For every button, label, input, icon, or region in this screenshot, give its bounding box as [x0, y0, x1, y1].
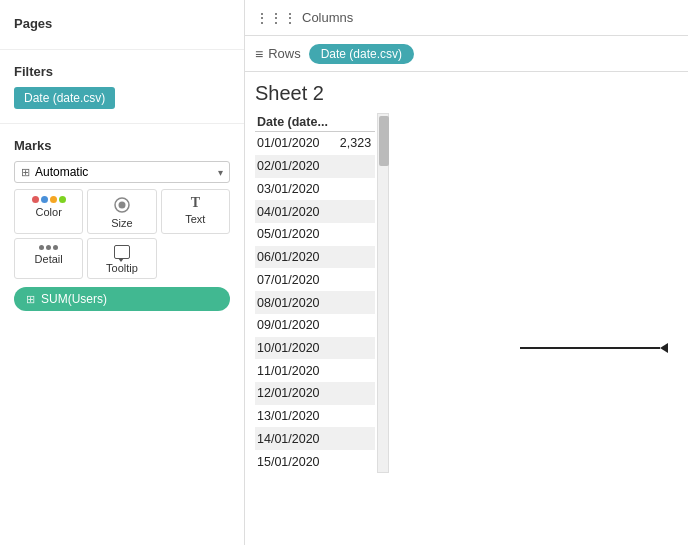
cell-date: 11/01/2020 — [255, 359, 338, 382]
table-row: 15/01/2020 — [255, 450, 375, 473]
arrow-head-icon — [660, 343, 668, 353]
chevron-down-icon: ▾ — [218, 167, 223, 178]
marks-section: Marks ⊞ Automatic ▾ Color — [0, 124, 244, 325]
cell-date: 03/01/2020 — [255, 178, 338, 201]
color-label: Color — [36, 206, 62, 218]
columns-text: Columns — [302, 10, 353, 25]
columns-label: ⋮⋮⋮ Columns — [255, 10, 353, 26]
sum-chip-icon: ⊞ — [26, 293, 35, 306]
table-row: 14/01/2020 — [255, 427, 375, 450]
arrow-line — [520, 347, 660, 349]
marks-dropdown-icon: ⊞ — [21, 166, 30, 179]
tooltip-label: Tooltip — [106, 262, 138, 274]
rows-row: ≡ Rows Date (date.csv) — [245, 36, 688, 72]
rows-label: ≡ Rows — [255, 46, 301, 62]
table-row: 10/01/2020 — [255, 337, 375, 360]
text-button[interactable]: T Text — [161, 189, 230, 234]
cell-date: 12/01/2020 — [255, 382, 338, 405]
table-row: 09/01/2020 — [255, 314, 375, 337]
scrollbar-track[interactable] — [377, 113, 389, 473]
cell-date: 14/01/2020 — [255, 427, 338, 450]
scrollbar-thumb[interactable] — [379, 116, 389, 166]
filters-title: Filters — [0, 58, 244, 83]
cell-value — [338, 314, 375, 337]
sum-users-chip[interactable]: ⊞ SUM(Users) — [14, 287, 230, 311]
columns-icon: ⋮⋮⋮ — [255, 10, 297, 26]
tooltip-icon — [114, 245, 130, 259]
sheet-area: Sheet 2 Date (date... 01/01/20202,32302/… — [245, 72, 688, 545]
cell-date: 08/01/2020 — [255, 291, 338, 314]
table-row: 06/01/2020 — [255, 246, 375, 269]
pages-title: Pages — [0, 10, 244, 35]
size-button[interactable]: Size — [87, 189, 156, 234]
sheet-title: Sheet 2 — [255, 82, 688, 105]
marks-dropdown-label: Automatic — [35, 165, 88, 179]
cell-value — [338, 223, 375, 246]
table-row: 11/01/2020 — [255, 359, 375, 382]
size-icon — [113, 196, 131, 214]
cell-value — [338, 359, 375, 382]
table-row: 03/01/2020 — [255, 178, 375, 201]
pages-section: Pages — [0, 10, 244, 50]
cell-value — [338, 291, 375, 314]
rows-text: Rows — [268, 46, 301, 61]
col-header-value — [338, 113, 375, 132]
detail-label: Detail — [35, 253, 63, 265]
size-label: Size — [111, 217, 132, 229]
cell-date: 06/01/2020 — [255, 246, 338, 269]
cell-value — [338, 382, 375, 405]
cell-date: 09/01/2020 — [255, 314, 338, 337]
cell-value — [338, 200, 375, 223]
filter-chip-date[interactable]: Date (date.csv) — [14, 87, 115, 109]
text-icon: T — [191, 196, 200, 210]
cell-value — [338, 427, 375, 450]
table-row: 08/01/2020 — [255, 291, 375, 314]
cell-date: 07/01/2020 — [255, 268, 338, 291]
cell-value — [338, 337, 375, 360]
rows-pill-date[interactable]: Date (date.csv) — [309, 44, 414, 64]
svg-point-1 — [118, 202, 125, 209]
filters-section: Filters Date (date.csv) — [0, 50, 244, 124]
rows-icon: ≡ — [255, 46, 263, 62]
color-button[interactable]: Color — [14, 189, 83, 234]
cell-value — [338, 178, 375, 201]
marks-buttons-grid: Color Size T Text — [14, 189, 230, 279]
right-panel: ⋮⋮⋮ Columns ≡ Rows Date (date.csv) Sheet… — [245, 0, 688, 545]
cell-value — [338, 268, 375, 291]
cell-date: 10/01/2020 — [255, 337, 338, 360]
tooltip-button[interactable]: Tooltip — [87, 238, 156, 279]
table-row: 05/01/2020 — [255, 223, 375, 246]
detail-button[interactable]: Detail — [14, 238, 83, 279]
table-row: 02/01/2020 — [255, 155, 375, 178]
cell-date: 01/01/2020 — [255, 132, 338, 155]
arrow-annotation — [520, 343, 668, 353]
table-row: 04/01/2020 — [255, 200, 375, 223]
cell-date: 05/01/2020 — [255, 223, 338, 246]
cell-date: 15/01/2020 — [255, 450, 338, 473]
cell-value — [338, 405, 375, 428]
col-header-date: Date (date... — [255, 113, 338, 132]
cell-date: 04/01/2020 — [255, 200, 338, 223]
table-row: 07/01/2020 — [255, 268, 375, 291]
cell-date: 02/01/2020 — [255, 155, 338, 178]
cell-value — [338, 246, 375, 269]
columns-row: ⋮⋮⋮ Columns — [245, 0, 688, 36]
detail-icon — [39, 245, 58, 250]
table-container: Date (date... 01/01/20202,32302/01/20200… — [255, 113, 688, 473]
left-panel: Pages Filters Date (date.csv) Marks ⊞ Au… — [0, 0, 245, 545]
marks-title: Marks — [0, 132, 244, 157]
table-row: 12/01/2020 — [255, 382, 375, 405]
text-label: Text — [185, 213, 205, 225]
table-row: 01/01/20202,323 — [255, 132, 375, 155]
marks-type-dropdown[interactable]: ⊞ Automatic ▾ — [14, 161, 230, 183]
table-row: 13/01/2020 — [255, 405, 375, 428]
cell-value — [338, 450, 375, 473]
sum-chip-label: SUM(Users) — [41, 292, 107, 306]
cell-value — [338, 155, 375, 178]
cell-value: 2,323 — [338, 132, 375, 155]
color-icon — [32, 196, 66, 203]
data-table: Date (date... 01/01/20202,32302/01/20200… — [255, 113, 375, 473]
cell-date: 13/01/2020 — [255, 405, 338, 428]
